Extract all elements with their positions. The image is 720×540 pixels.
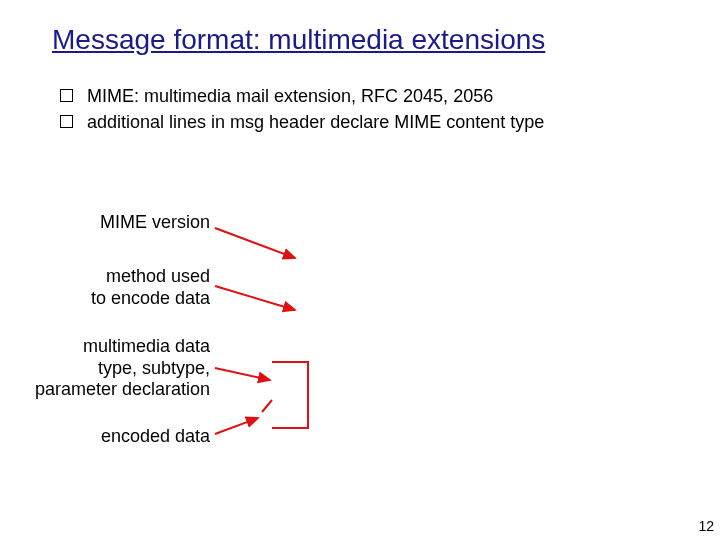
annotation-labels: MIME version method used to encode data … (0, 0, 720, 540)
label-mime-version: MIME version (50, 212, 210, 234)
label-line: parameter declaration (35, 379, 210, 399)
label-encoded-data: encoded data (50, 426, 210, 448)
label-multimedia-data: multimedia data type, subtype, parameter… (20, 336, 210, 401)
label-method-used: method used to encode data (50, 266, 210, 309)
label-line: type, subtype, (98, 358, 210, 378)
label-line: method used (106, 266, 210, 286)
page-number: 12 (698, 518, 714, 534)
label-line: to encode data (91, 288, 210, 308)
label-line: multimedia data (83, 336, 210, 356)
